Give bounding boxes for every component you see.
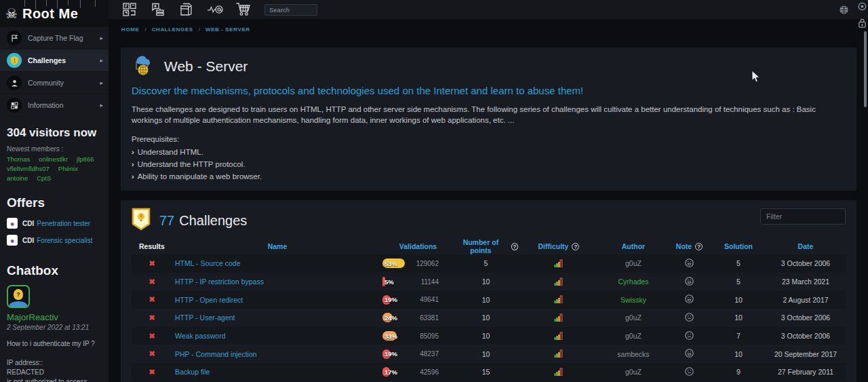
lock-icon[interactable] xyxy=(858,18,867,31)
author-link[interactable]: Swissky xyxy=(620,296,646,304)
logo-title: Root Me xyxy=(22,6,78,22)
validation-percentage: 24% xyxy=(384,314,397,322)
sidebar-item-challenges[interactable]: Challenges ▸ xyxy=(0,50,108,72)
table-row[interactable]: ✖ HTTP - User-agent 24% 63381 10 g0uZ 10… xyxy=(132,309,846,327)
offer-link[interactable]: Forensic specialist xyxy=(37,237,92,244)
challenge-link[interactable]: Backup file xyxy=(175,368,210,376)
offer-item[interactable]: ◉ CDI Forensic specialist xyxy=(0,233,108,250)
member-link[interactable]: vfleltvmfldhs07 xyxy=(7,165,50,172)
table-row[interactable]: ✖ HTTP - IP restriction bypass 5% 11144 … xyxy=(132,273,846,291)
help-icon[interactable]: ? xyxy=(572,243,579,250)
date-cell: 3 October 2006 xyxy=(766,332,846,340)
ctf-map-icon[interactable] xyxy=(121,2,138,17)
sidebar-item-information[interactable]: Information ▸ xyxy=(0,94,108,117)
breadcrumb-link[interactable]: HOME xyxy=(121,26,139,33)
offer-contract-type: CDI xyxy=(22,237,34,244)
validation-percentage-bar: 24% xyxy=(382,313,411,322)
member-link[interactable]: antoine xyxy=(7,174,28,182)
challenge-link[interactable]: HTTP - User-agent xyxy=(175,313,235,322)
globe-icon[interactable] xyxy=(839,5,849,15)
avatar[interactable]: ? xyxy=(7,285,30,308)
result-cell: ✖ xyxy=(132,313,172,322)
avatar-body-icon xyxy=(9,301,27,308)
challenge-link[interactable]: PHP - Command injection xyxy=(175,350,257,358)
search-input[interactable] xyxy=(264,4,317,16)
name-cell: Backup file xyxy=(172,368,382,376)
help-icon[interactable]: ? xyxy=(511,243,518,250)
challenge-link[interactable]: Weak password xyxy=(175,332,226,340)
difficulty-cell xyxy=(518,313,599,323)
note-face-icon xyxy=(685,351,694,359)
chat-username-link[interactable]: MajorReactiv xyxy=(7,312,102,322)
challenge-link[interactable]: HTML - Source code xyxy=(175,259,240,267)
breadcrumb-link[interactable]: CHALLENGES xyxy=(152,26,193,33)
main-area: HOME/CHALLENGES/WEB - SERVER Web - Serve… xyxy=(108,0,868,382)
difficulty-cell xyxy=(518,294,599,305)
member-link[interactable]: jlp866 xyxy=(77,155,94,163)
challenge-link[interactable]: HTTP - Open redirect xyxy=(175,296,243,304)
table-row[interactable]: ✖ PHP - Command injection 19% 48237 10 s… xyxy=(132,345,846,363)
page-title: Web - Server xyxy=(164,58,248,75)
date-cell: 23 March 2021 xyxy=(766,278,846,286)
author-link[interactable]: g0uZ xyxy=(625,368,642,376)
member-link[interactable]: CptS xyxy=(37,174,51,182)
validation-percentage: 5% xyxy=(384,278,394,286)
person-icon xyxy=(7,75,22,90)
date-cell: 27 February 2011 xyxy=(766,368,846,376)
validation-percentage-bar: 17% xyxy=(382,367,411,377)
offer-item[interactable]: ◉ CDI Penetration tester xyxy=(0,216,108,233)
validations-cell: 5% 11144 xyxy=(382,277,454,286)
author-link[interactable]: g0uZ xyxy=(625,332,642,340)
challenges-table-card: 77 Challenges ResultsNameValidationsNumb… xyxy=(121,200,856,382)
column-header: Results xyxy=(132,242,172,250)
challenge-shield-icon xyxy=(132,208,151,233)
validation-percentage-bar: 19% xyxy=(382,349,411,359)
column-header: Name xyxy=(172,242,382,250)
difficulty-bars-icon xyxy=(554,369,564,377)
member-link[interactable]: Thomas xyxy=(7,155,30,163)
table-header-row: ResultsNameValidationsNumber of points?D… xyxy=(132,238,846,254)
not-validated-icon: ✖ xyxy=(149,295,155,303)
table-row[interactable]: ✖ HTTP - Open redirect 19% 49641 10 Swis… xyxy=(132,290,846,309)
offer-contract-type: CDI xyxy=(22,220,34,227)
chevron-right-icon: ▸ xyxy=(100,79,103,86)
result-cell: ✖ xyxy=(132,259,172,268)
author-cell: sambecks xyxy=(599,350,667,358)
documents-icon[interactable] xyxy=(178,2,195,17)
logo[interactable]: ☠ Root Me xyxy=(0,0,108,27)
author-link[interactable]: g0uZ xyxy=(625,313,642,322)
filter-input[interactable] xyxy=(760,208,846,225)
sidebar-item-label: Community xyxy=(28,79,100,87)
solution-cell: 10 xyxy=(711,313,766,322)
column-header: Number of points? xyxy=(454,238,518,254)
table-row[interactable]: ✖ Weak password 33% 85095 10 g0uZ 7 3 Oc… xyxy=(132,327,846,345)
target-icon[interactable] xyxy=(858,1,867,14)
table-row[interactable]: ✖ Backup file 17% 42596 15 g0uZ 9 27 Feb… xyxy=(132,363,846,381)
challenge-link[interactable]: HTTP - IP restriction bypass xyxy=(175,278,264,286)
member-link[interactable]: onlinestlkr xyxy=(39,155,68,163)
author-link[interactable]: g0uZ xyxy=(625,259,642,267)
offer-logo-icon: ◉ xyxy=(7,218,18,229)
author-link[interactable]: sambecks xyxy=(617,350,649,358)
prerequisite-item: ›Understand HTML. xyxy=(132,146,846,158)
table-row[interactable]: ✖ HTML - Source code 53% 129062 5 g0uZ 5… xyxy=(132,254,846,273)
solution-cell: 9 xyxy=(711,368,766,376)
result-cell: ✖ xyxy=(132,332,172,341)
result-cell: ✖ xyxy=(132,349,172,358)
member-link[interactable]: Phénix xyxy=(58,165,78,172)
bullet-chevron-icon: › xyxy=(132,148,134,156)
sidebar-item-capture-the-flag[interactable]: Capture The Flag ▸ xyxy=(0,27,108,50)
vertical-scrollbar-thumb[interactable] xyxy=(864,31,867,107)
sidebar-item-label: Capture The Flag xyxy=(28,34,100,42)
author-link[interactable]: Cyrhades xyxy=(618,278,649,286)
breadcrumb-link[interactable]: WEB - SERVER xyxy=(205,26,250,33)
help-icon[interactable]: ? xyxy=(695,243,703,250)
offer-link[interactable]: Penetration tester xyxy=(37,220,90,227)
sidebar-item-community[interactable]: Community ▸ xyxy=(0,72,108,94)
shop-cart-icon[interactable] xyxy=(235,2,252,17)
column-header: Solution xyxy=(711,242,766,250)
note-cell xyxy=(667,259,711,269)
community-chat-icon[interactable] xyxy=(150,2,166,17)
difficulty-bars-icon xyxy=(554,297,564,305)
activity-at-icon[interactable] xyxy=(207,2,223,17)
